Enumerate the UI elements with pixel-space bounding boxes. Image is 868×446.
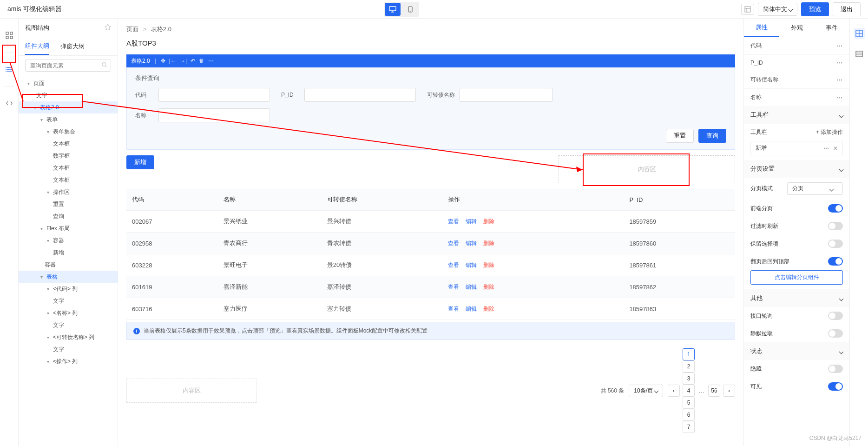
view-link[interactable]: 查看 <box>448 262 459 268</box>
rail-outline-button[interactable] <box>4 64 15 75</box>
tree-node-container[interactable]: ▾容器 <box>19 234 118 246</box>
breadcrumb-page[interactable]: 页面 <box>126 26 138 33</box>
tree-node-container[interactable]: 容器 <box>19 259 118 271</box>
toolbar-section-header[interactable]: 工具栏 <box>744 106 849 124</box>
tab-appearance[interactable]: 外观 <box>779 19 815 37</box>
tab-attributes[interactable]: 属性 <box>744 19 779 37</box>
tree-node-form[interactable]: ▾表单 <box>19 113 118 126</box>
tree-node-add[interactable]: 新增 <box>19 246 118 259</box>
query-button[interactable]: 查询 <box>698 129 726 143</box>
edit-link[interactable]: 编辑 <box>466 240 477 246</box>
tree-node-col-name[interactable]: ▾<名称> 列 <box>19 307 118 319</box>
outline-search-input[interactable] <box>25 60 111 72</box>
right-rail-table-button[interactable] <box>854 48 865 60</box>
tree-node-col-op[interactable]: ▾<操作> 列 <box>19 355 118 367</box>
tree-node-reset[interactable]: 重置 <box>19 198 118 210</box>
filter-input-name[interactable] <box>158 108 270 122</box>
edit-link[interactable]: 编辑 <box>466 262 477 268</box>
tree-node-flex[interactable]: ▾Flex 布局 <box>19 222 118 234</box>
view-link[interactable]: 查看 <box>448 218 459 225</box>
refresh-on-filter-toggle[interactable] <box>828 222 843 230</box>
view-link[interactable]: 查看 <box>448 240 459 246</box>
th-pid[interactable]: P_ID <box>624 189 735 211</box>
tab-component-outline[interactable]: 组件大纲 <box>25 38 49 55</box>
tree-node-text[interactable]: 文字 <box>19 343 118 355</box>
viewport-desktop-button[interactable] <box>385 3 401 16</box>
filter-input-code[interactable] <box>158 88 270 102</box>
delete-link[interactable]: 删除 <box>483 218 494 225</box>
delete-link[interactable]: 删除 <box>483 284 494 290</box>
silent-pull-toggle[interactable] <box>828 329 843 338</box>
arrow-first-icon[interactable]: |← <box>169 58 176 64</box>
tree-node-textbox[interactable]: 文本框 <box>19 138 118 150</box>
page-number[interactable]: 2 <box>683 360 695 373</box>
th-name[interactable]: 名称 <box>218 189 321 211</box>
polling-toggle[interactable] <box>828 312 843 320</box>
page-number[interactable]: 6 <box>683 409 695 421</box>
table-row[interactable]: 603228 景旺电子 景20转债 查看 编辑 删除 18597861 <box>126 254 735 276</box>
add-toolbar-action[interactable]: + 添加操作 <box>816 128 843 136</box>
delete-link[interactable]: 删除 <box>483 240 494 246</box>
paging-mode-select[interactable]: 分页 <box>787 182 843 195</box>
layout-icon-button[interactable] <box>741 4 754 15</box>
preview-button[interactable]: 预览 <box>801 2 829 16</box>
tree-node-col-bond[interactable]: ▾<可转债名称> 列 <box>19 331 118 343</box>
tree-node-text[interactable]: 文字 <box>19 89 118 101</box>
visible-toggle[interactable] <box>828 382 843 391</box>
per-page-select[interactable]: 10条/页 <box>629 385 663 397</box>
edit-link[interactable]: 编辑 <box>466 306 477 312</box>
hidden-toggle[interactable] <box>828 365 843 373</box>
page-last[interactable]: 56 <box>708 385 720 397</box>
exit-button[interactable]: 退出 <box>833 2 861 16</box>
page-prev[interactable]: ‹ <box>668 385 680 397</box>
view-link[interactable]: 查看 <box>448 306 459 312</box>
viewport-mobile-button[interactable] <box>402 3 418 16</box>
tree-node-textbox[interactable]: 文本框 <box>19 162 118 174</box>
table-row[interactable]: 603716 塞力医疗 塞力转债 查看 编辑 删除 18597863 <box>126 298 735 320</box>
tree-node-formset[interactable]: ▾表单集合 <box>19 126 118 138</box>
page-number[interactable]: 1 <box>683 348 695 360</box>
undo-icon[interactable]: ↶ <box>191 58 195 64</box>
other-section-header[interactable]: 其他 <box>744 289 849 307</box>
page-number[interactable]: 4 <box>683 385 695 397</box>
edit-link[interactable]: 编辑 <box>466 284 477 290</box>
close-icon[interactable]: ✕ <box>833 145 838 152</box>
frontend-paging-toggle[interactable] <box>828 204 843 213</box>
state-section-header[interactable]: 状态 <box>744 342 849 360</box>
page-next[interactable]: › <box>723 385 735 397</box>
more-icon[interactable]: ⋯ <box>823 145 829 152</box>
move-icon[interactable]: ✥ <box>161 58 165 64</box>
tree-node-query[interactable]: 查询 <box>19 210 118 222</box>
filter-input-bond[interactable] <box>460 88 552 102</box>
tree-node-text[interactable]: 文字 <box>19 295 118 307</box>
delete-link[interactable]: 删除 <box>483 306 494 312</box>
language-select[interactable]: 简体中文 <box>758 3 797 16</box>
table-row[interactable]: 601619 嘉泽新能 嘉泽转债 查看 编辑 删除 18597862 <box>126 276 735 298</box>
th-ops[interactable]: 操作 <box>442 189 624 211</box>
table-row[interactable]: 002958 青农商行 青农转债 查看 编辑 删除 18597860 <box>126 233 735 254</box>
rail-code-button[interactable] <box>4 98 15 109</box>
tab-events[interactable]: 事件 <box>814 19 849 37</box>
delete-icon[interactable]: 🗑 <box>199 58 204 64</box>
page-number[interactable]: 3 <box>683 373 695 385</box>
arrow-last-icon[interactable]: →| <box>180 58 187 64</box>
edit-pager-button[interactable]: 点击编辑分页组件 <box>750 270 843 285</box>
pin-icon[interactable] <box>105 24 111 32</box>
more-icon[interactable]: ⋯ <box>837 77 843 83</box>
reset-button[interactable]: 重置 <box>666 129 694 143</box>
th-code[interactable]: 代码 <box>126 189 218 211</box>
tree-node-numbox[interactable]: 数字框 <box>19 150 118 162</box>
content-placeholder[interactable]: 内容区 <box>559 155 735 183</box>
edit-link[interactable]: 编辑 <box>466 218 477 225</box>
right-rail-grid-button[interactable] <box>854 28 865 39</box>
tree-node-actions[interactable]: ▾操作区 <box>19 186 118 198</box>
page-number[interactable]: 7 <box>683 421 695 433</box>
tree-node-page[interactable]: ▾页面 <box>19 77 118 89</box>
filter-input-pid[interactable] <box>304 88 416 102</box>
view-link[interactable]: 查看 <box>448 284 459 290</box>
more-icon[interactable]: ⋯ <box>208 58 214 64</box>
th-bond[interactable]: 可转债名称 <box>322 189 443 211</box>
more-icon[interactable]: ⋯ <box>837 60 843 66</box>
tree-node-table20[interactable]: ▾表格2.0 <box>19 101 118 113</box>
tree-node-textbox[interactable]: 文本框 <box>19 174 118 186</box>
